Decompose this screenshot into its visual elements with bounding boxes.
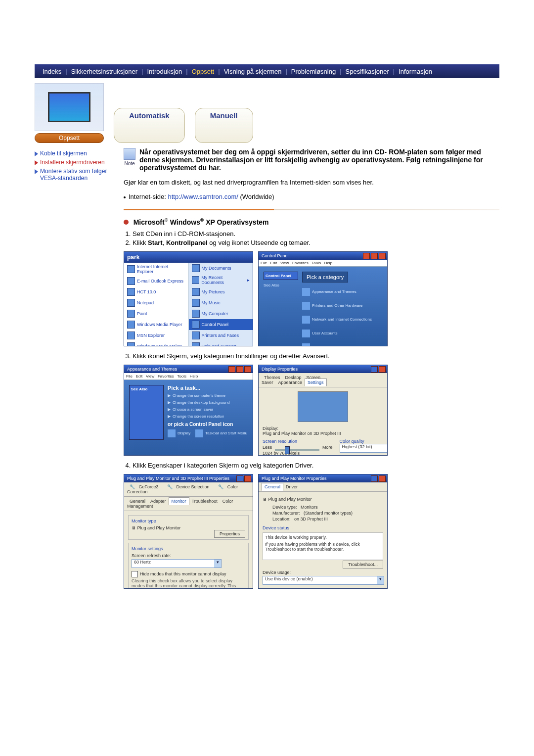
- sm-mypics: My Pictures: [189, 286, 253, 297]
- sm-recent: My Recent Documents ▸: [189, 274, 253, 286]
- refresh-combo: 60 Hertz: [132, 559, 222, 568]
- nav-sikkerhet[interactable]: Sikkerhetsinstruksjoner: [68, 68, 140, 75]
- color-quality-label: Color quality: [340, 439, 388, 444]
- sm-email: E-mail Outlook Express: [124, 276, 188, 286]
- screenshot-row-2: Appearance and Themes File Edit View Fav…: [124, 365, 499, 456]
- sidebar-item-connect[interactable]: Koble til skjermen: [35, 150, 114, 157]
- device-usage-label: Device usage:: [263, 570, 383, 575]
- cp-appearance: Appearance and Themes: [302, 288, 356, 296]
- internet-suffix: (Worldwide): [240, 193, 274, 200]
- steps-list-4: Klikk Egenskaper i kategorien Skjerm og …: [133, 462, 499, 469]
- monitor-type-value: 🖥 Plug and Play Monitor: [263, 497, 383, 502]
- nav-indeks[interactable]: Indeks: [40, 68, 64, 75]
- note-caption: Note: [124, 161, 134, 166]
- cp-printers: Printers and Other Hardware: [302, 302, 362, 310]
- sidebar-link[interactable]: Installere skjermdriveren: [40, 159, 105, 166]
- step-2: Klikk Start, Kontrollpanel og velg ikone…: [133, 239, 499, 246]
- sidebar: Koble til skjermen Installere skjermdriv…: [35, 148, 114, 184]
- refresh-label: Screen refresh rate:: [132, 553, 245, 558]
- main-content: Note Når operativsystemet ber deg om å o…: [124, 143, 499, 589]
- window-controls: [228, 366, 251, 373]
- monitor-preview: [298, 391, 348, 422]
- cp-addremove: Add or Remove Programs: [302, 343, 357, 346]
- monitor-settings-label: Monitor settings: [132, 546, 245, 551]
- step-3: Klikk ikonet Skjerm, velg kategorien Inn…: [133, 352, 499, 360]
- sm-printers: Printers and Faxes: [189, 330, 253, 341]
- sm-hct: HCT 10.0: [124, 286, 188, 297]
- nav-spesifikasjoner[interactable]: Spesifikasjoner: [343, 68, 392, 75]
- screenshot-row-1: park Internet Internet Explorer E-mail O…: [124, 251, 499, 346]
- or-pick: or pick a Control Panel icon: [168, 422, 248, 427]
- window-controls: [371, 475, 386, 482]
- steps-list: Sett CDen inn i CD-ROM-stasjonen. Klikk …: [133, 230, 499, 246]
- window-title: Plug and Play Monitor Properties: [259, 474, 387, 482]
- triangle-icon: [35, 169, 38, 174]
- sm-wmm: Windows Movie Maker: [124, 341, 188, 346]
- screenshot-monitor-properties: Plug and Play Monitor Properties General…: [258, 474, 388, 589]
- troubleshoot-button: Troubleshoot...: [343, 561, 383, 568]
- prep-text: Gjør klar en tom diskett, og last ned dr…: [124, 179, 499, 186]
- nav-problem[interactable]: Problemløsning: [288, 68, 339, 75]
- nav-informasjon[interactable]: Informasjon: [396, 68, 435, 75]
- screen-res-label: Screen resolution: [263, 439, 333, 444]
- cp-users: User Accounts: [302, 330, 338, 337]
- note-icon: Note: [124, 148, 135, 166]
- nav-visning[interactable]: Visning på skjermen: [221, 68, 285, 75]
- device-status-box: This device is working properly. If you …: [263, 532, 383, 560]
- monitor-image: [35, 83, 104, 131]
- sm-help: Help and Support: [189, 341, 253, 346]
- properties-button: Properties: [214, 530, 245, 538]
- pick-category: Pick a category: [302, 272, 348, 283]
- sm-internet: Internet Internet Explorer: [124, 263, 188, 276]
- internet-line: Internet-side: http://www.samtron.com/ (…: [124, 193, 499, 200]
- screenshot-control-panel: Control Panel File Edit View Favorites T…: [258, 251, 388, 346]
- sm-wmp: Windows Media Player: [124, 319, 188, 330]
- window-title: Plug and Play Monitor and 3D Prophet III…: [124, 474, 253, 482]
- sidebar-item-install-driver[interactable]: Installere skjermdriveren: [35, 159, 114, 166]
- start-user: park: [124, 252, 253, 263]
- sm-msn: MSN Explorer: [124, 330, 188, 341]
- internet-link[interactable]: http://www.samtron.com/: [168, 193, 238, 200]
- hide-modes-desc: Clearing this check box allows you to se…: [132, 578, 245, 589]
- note-text: Når operativsystemet ber deg om å oppgi …: [139, 148, 499, 172]
- automatic-button[interactable]: Automatisk: [114, 108, 185, 143]
- internet-label: Internet-side:: [129, 193, 166, 200]
- res-value: 1024 by 768 pixels: [263, 451, 333, 456]
- top-nav: Indeks| Sikkerhetsinstruksjoner| Introdu…: [35, 64, 499, 78]
- sidebar-link[interactable]: Koble til skjermen: [40, 150, 87, 157]
- nav-introduksjon[interactable]: Introduksjon: [144, 68, 185, 75]
- pick-task: Pick a task...: [168, 385, 248, 391]
- sm-controlpanel: Control Panel: [189, 319, 253, 330]
- screenshot-row-3: Plug and Play Monitor and 3D Prophet III…: [124, 474, 499, 589]
- screenshot-appearance-themes: Appearance and Themes File Edit View Fav…: [124, 365, 253, 456]
- note-block: Note Når operativsystemet ber deg om å o…: [124, 148, 499, 172]
- screenshot-monitor-advanced: Plug and Play Monitor and 3D Prophet III…: [124, 474, 253, 589]
- sm-mymusic: My Music: [189, 297, 253, 308]
- divider: [124, 209, 499, 210]
- section-heading: Microsoft® Windows® XP Operativsystem: [124, 217, 499, 226]
- device-usage-combo: Use this device (enable): [263, 576, 384, 585]
- color-quality-combo: Highest (32 bit): [340, 444, 388, 453]
- section-title: Microsoft® Windows® XP Operativsystem: [134, 218, 269, 226]
- sm-notepad: Notepad: [124, 297, 188, 308]
- nav-oppsett[interactable]: Oppsett: [189, 68, 218, 75]
- display-label: Display:: [263, 426, 383, 431]
- triangle-icon: [35, 151, 38, 156]
- sidebar-link[interactable]: Montere stativ som følger VESA-standarde…: [40, 168, 114, 182]
- hide-modes-check: Hide modes that this monitor cannot disp…: [132, 571, 245, 577]
- resolution-slider: [275, 449, 319, 451]
- manual-button[interactable]: Manuell: [195, 108, 253, 143]
- red-dot-icon: [124, 220, 129, 225]
- monitor-thumbnail: Oppsett: [35, 83, 104, 143]
- setup-label: Oppsett: [35, 133, 104, 143]
- sidebar-item-vesa[interactable]: Montere stativ som følger VESA-standarde…: [35, 168, 114, 182]
- sm-paint: Paint: [124, 308, 188, 319]
- sm-mydocs: My Documents: [189, 263, 253, 274]
- window-controls: [236, 475, 251, 482]
- window-controls: [363, 253, 386, 259]
- window-title: Display Properties: [259, 365, 387, 373]
- screenshot-display-properties: Display Properties ThemesDesktopScreen S…: [258, 365, 388, 456]
- bullet-icon: [124, 196, 126, 198]
- steps-list-3: Klikk ikonet Skjerm, velg kategorien Inn…: [133, 352, 499, 360]
- step-1: Sett CDen inn i CD-ROM-stasjonen.: [133, 230, 499, 237]
